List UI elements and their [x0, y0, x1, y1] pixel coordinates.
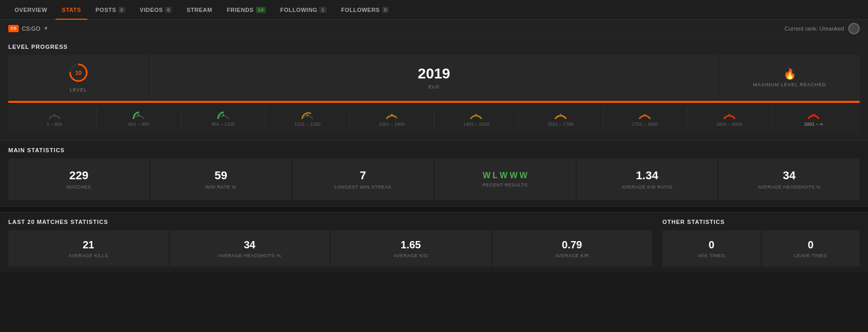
svg-text:4: 4: [306, 113, 308, 117]
avg-kills-value: 21: [83, 239, 94, 251]
tier-item-2[interactable]: 2 801 – 950: [97, 108, 182, 129]
level-card: 10 LEVEL: [8, 55, 148, 100]
followers-badge: 0: [382, 7, 389, 13]
tier-gauge-6: 6: [469, 110, 483, 119]
level-tiers: 1 1 – 800 2 801 – 950 3: [8, 103, 860, 134]
stats-cards: 229 MATCHES 59 WIN RATE % 7 LONGEST WIN …: [8, 158, 860, 200]
fire-icon: 🔥: [783, 68, 796, 80]
other-leave-times: 0 LEAVE TIMES: [762, 230, 860, 267]
level-progress-section: LEVEL PROGRESS 10 LEVEL 2019 ELO 🔥 MAXIM…: [0, 37, 868, 140]
nav-tab-videos[interactable]: VIDEOS 0: [133, 0, 178, 20]
svg-text:1: 1: [53, 113, 56, 117]
avg-kd-value: 1.65: [401, 239, 421, 251]
other-afk-times: 0 AFK TIMES: [662, 230, 761, 267]
leave-times-value: 0: [808, 239, 813, 251]
last20-avg-headshots: 34 AVERAGE HEADSHOTS %: [170, 230, 330, 267]
svg-text:8: 8: [644, 113, 646, 117]
tier-gauge-5: 5: [385, 110, 399, 119]
headshots-value: 34: [783, 169, 795, 182]
tier-item-10[interactable]: 10 2001 – ∞: [772, 108, 856, 129]
tier-gauge-9: 9: [722, 110, 737, 119]
winstreak-label: LONGEST WIN STREAK: [334, 184, 391, 190]
avg-kills-label: AVERAGE KILLS: [69, 253, 108, 258]
svg-text:9: 9: [728, 113, 730, 117]
nav-tab-posts[interactable]: POSTS 0: [89, 0, 131, 20]
tier-gauge-8: 8: [638, 110, 652, 119]
recent-results-values: W L W W W: [483, 171, 527, 180]
last20-avg-kr: 0.79 AVERAGE K/R: [492, 230, 653, 267]
tier-gauge-2: 2: [131, 110, 146, 119]
nav-tab-followers[interactable]: FOLLOWERS 0: [335, 0, 395, 20]
other-stats-cards: 0 AFK TIMES 0 LEAVE TIMES: [662, 230, 860, 267]
stat-card-winstreak: 7 LONGEST WIN STREAK: [292, 158, 433, 200]
level-progress-title: LEVEL PROGRESS: [8, 44, 860, 50]
main-statistics-section: MAIN STATISTICS 229 MATCHES 59 WIN RATE …: [0, 140, 868, 206]
tier-item-5[interactable]: 5 1251 – 1400: [350, 108, 435, 129]
svg-text:5: 5: [391, 113, 393, 117]
stat-card-kd: 1.34 AVERAGE K/D RATIO: [577, 158, 718, 200]
bottom-area: LAST 20 MATCHES STATISTICS 21 AVERAGE KI…: [0, 213, 868, 273]
tier-item-8[interactable]: 8 1701 – 1850: [603, 108, 688, 129]
max-level-card: 🔥 MAXIMUM LEVEL REACHED: [720, 55, 860, 100]
main-stats-title: MAIN STATISTICS: [8, 147, 860, 153]
matches-value: 229: [69, 169, 88, 182]
svg-text:10: 10: [811, 113, 816, 117]
tier-gauge-1: 1: [47, 110, 62, 119]
result-w4: W: [520, 171, 527, 180]
level-cards: 10 LEVEL 2019 ELO 🔥 MAXIMUM LEVEL REACHE…: [8, 55, 860, 100]
posts-badge: 0: [118, 7, 126, 13]
svg-text:3: 3: [222, 113, 224, 117]
nav-tab-friends[interactable]: FRIENDS 14: [221, 0, 272, 20]
winrate-value: 59: [214, 169, 227, 182]
last20-avg-kills: 21 AVERAGE KILLS: [8, 230, 169, 267]
tier-item-4[interactable]: 4 1101 – 1250: [266, 108, 350, 129]
tier-item-6[interactable]: 6 1401 – 1550: [435, 108, 519, 129]
stat-card-headshots: 34 AVERAGE HEADSHOTS %: [718, 158, 860, 200]
leave-times-label: LEAVE TIMES: [794, 253, 828, 258]
stat-card-matches: 229 MATCHES: [8, 158, 150, 200]
last20-avg-kd: 1.65 AVERAGE K/D: [331, 230, 491, 267]
afk-times-value: 0: [709, 239, 714, 251]
result-w1: W: [483, 171, 491, 180]
svg-text:7: 7: [560, 113, 562, 117]
tier-item-7[interactable]: 7 1551 – 1700: [519, 108, 603, 129]
winrate-label: WIN RATE %: [206, 184, 236, 190]
tier-gauge-10: 10: [806, 110, 821, 119]
kd-label: AVERAGE K/D RATIO: [621, 184, 672, 190]
following-badge: 1: [319, 7, 327, 13]
tier-gauge-4: 4: [300, 110, 315, 119]
videos-badge: 0: [165, 7, 172, 13]
nav-tab-stream[interactable]: STREAM: [180, 0, 218, 20]
afk-times-label: AFK TIMES: [698, 253, 725, 258]
chevron-down-icon: ▼: [43, 25, 48, 31]
game-selector[interactable]: CS CS:GO ▼: [8, 25, 48, 32]
nav-tab-following[interactable]: FOLLOWING 1: [274, 0, 333, 20]
result-w2: W: [500, 171, 508, 180]
stat-card-winrate: 59 WIN RATE %: [151, 158, 292, 200]
tier-gauge-3: 3: [216, 110, 230, 119]
nav-tab-stats[interactable]: STATS: [56, 0, 87, 20]
tier-item-3[interactable]: 3 951 – 1100: [181, 108, 266, 129]
svg-text:2: 2: [138, 113, 140, 117]
other-stats-title: OTHER STATISTICS: [662, 219, 860, 225]
avg-headshots-label: AVERAGE HEADSHOTS %: [218, 253, 281, 258]
tier-item-1[interactable]: 1 1 – 800: [12, 108, 97, 129]
last20-section: LAST 20 MATCHES STATISTICS 21 AVERAGE KI…: [8, 219, 652, 267]
tier-gauge-7: 7: [553, 110, 568, 119]
section-divider: [0, 206, 868, 213]
tier-item-9[interactable]: 9 1851 – 2000: [687, 108, 772, 129]
recent-results-label: RECENT RESULTS: [482, 182, 527, 188]
kd-value: 1.34: [636, 169, 658, 182]
last20-cards: 21 AVERAGE KILLS 34 AVERAGE HEADSHOTS % …: [8, 230, 652, 267]
result-w3: W: [510, 171, 518, 180]
elo-card: 2019 ELO: [150, 55, 718, 100]
matches-label: MATCHES: [66, 184, 91, 190]
svg-text:6: 6: [475, 113, 477, 117]
stat-card-recent-results: W L W W W RECENT RESULTS: [435, 158, 576, 200]
winstreak-value: 7: [360, 169, 366, 182]
nav-tab-overview[interactable]: OVERVIEW: [8, 0, 53, 20]
avg-kr-label: AVERAGE K/R: [555, 253, 589, 258]
other-stats-section: OTHER STATISTICS 0 AFK TIMES 0 LEAVE TIM…: [662, 219, 860, 267]
avg-headshots-value: 34: [244, 239, 255, 251]
avg-kd-label: AVERAGE K/D: [394, 253, 428, 258]
